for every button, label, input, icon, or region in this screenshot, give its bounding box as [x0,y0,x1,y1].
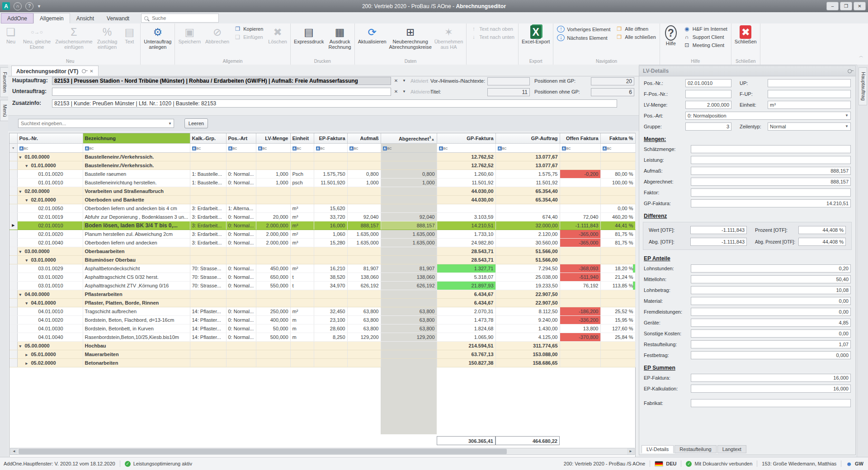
grid-cell-pct[interactable] [600,255,635,264]
grid-cell-pos[interactable]: ▾01.01.0000 [17,161,83,169]
grid-cell-gpf[interactable]: 12.762,52 [437,152,495,161]
grid-cell-abg[interactable] [381,187,437,195]
grid-cell-kalk[interactable]: 3: Erdarbeit... [190,221,226,230]
grid-cell-pct[interactable] [600,290,635,298]
grid-cell-art[interactable]: 0: Normal... [226,333,256,341]
abgerechnet-field[interactable]: 888,157 [691,178,851,186]
grid-cell-ep[interactable]: 1.575,750 [314,169,347,178]
grid-cell-pos[interactable]: 01.01.0010 [17,178,83,187]
grid-cell-gpf[interactable]: 28.543,71 [437,247,495,255]
grid-cell-pct[interactable] [600,350,635,358]
unterauftrag-field[interactable] [52,88,391,96]
grid-cell-abg[interactable] [381,290,437,298]
ausdruck-rechnung-button[interactable]: ▦Ausdruck Rechnung [326,24,354,58]
grid-cell-gpf[interactable]: 21.897,93 [437,281,495,290]
grid-cell-gpf[interactable]: 28.543,71 [437,255,495,264]
grid-cell-kalk[interactable]: 14: Pflaster... [190,333,226,341]
grid-cell-ep[interactable] [314,195,347,204]
column-header-gpa[interactable]: GP-Auftrag [495,133,560,143]
grid-cell-abg[interactable]: 1,000 [381,178,437,187]
grid-cell-abg[interactable] [381,204,437,212]
grid-row-02.01.0019[interactable]: 02.01.0019Abfuhr zur Deponierung , Boden… [9,212,635,221]
grid-cell-mg[interactable]: 2.000,000 [256,221,290,230]
combobox-dropdown-icon[interactable]: ▼ [166,122,174,126]
column-header-pct[interactable]: Faktura % [600,133,635,143]
grid-cell-mg[interactable] [256,204,290,212]
grid-cell-gpa[interactable]: 8.112,50 [495,307,560,315]
support-client-button[interactable]: ∩Support Client [683,34,728,40]
leeren-button[interactable]: Leeren [184,118,208,128]
grid-cell-eh[interactable]: m³ [290,238,314,247]
grid-cell-ep[interactable]: 23,100 [314,315,347,324]
speichern-button[interactable]: ▣Speichern [176,24,203,58]
grid-cell-name[interactable]: Baustelleneinr./Verkehrssich. [83,152,190,161]
filter-cell-gpa[interactable]: ABC [495,143,560,152]
grid-cell-art[interactable] [226,298,256,307]
grid-cell-pct[interactable] [600,187,635,195]
grid-cell-pos[interactable]: 04.01.0020 [17,315,83,324]
grid-cell-name[interactable]: Oberboden und Bankette [83,195,190,204]
grid-cell-mg[interactable] [256,290,290,298]
alle-schliessen-button[interactable]: ❒Alle schließen [615,34,656,40]
grid-cell-auf[interactable]: 1.635,000 [347,230,381,238]
grid-cell-off[interactable] [560,195,600,204]
grid-cell-name[interactable]: Baustelleneinr./Verkehrssich. [83,161,190,169]
grid-cell-ep[interactable] [314,187,347,195]
grid-cell-off[interactable] [560,298,600,307]
grid-cell-art[interactable] [226,187,256,195]
grid-cell-pos[interactable]: ▸05.02.0000 [17,358,83,367]
grid-cell-eh[interactable] [290,290,314,298]
grid-cell-mg[interactable]: 250,000 [256,307,290,315]
hauptauftrag-input[interactable] [54,77,389,85]
grid-row-02.00.0000[interactable]: ▾02.00.0000Vorarbeiten und Straßenaufbru… [9,187,635,195]
collapse-row-icon[interactable]: ▾ [19,189,25,194]
grid-cell-off[interactable]: -0,200 [560,169,600,178]
unterauftrag-input[interactable] [54,88,389,95]
grid-cell-auf[interactable]: 63,800 [347,307,381,315]
grid-cell-pos[interactable]: ▸05.01.0000 [17,350,83,358]
grid-cell-auf[interactable]: 129,200 [347,333,381,341]
grid-cell-off[interactable] [560,178,600,187]
aktualisieren-button[interactable]: ⟳Aktualisieren [356,24,389,58]
grid-cell-kalk[interactable] [190,290,226,298]
abbrechen-button[interactable]: ⊘Abbrechen [203,24,231,58]
column-header-ep[interactable]: EP-Faktura [314,133,347,143]
grid-cell-art[interactable]: 0: Normal... [226,307,256,315]
grid-cell-kalk[interactable] [190,341,226,350]
row-indicator-cell[interactable] [9,195,17,204]
filter-funnel-cell[interactable]: ▼ [9,143,17,152]
grid-cell-mg[interactable]: 550,000 [256,281,290,290]
grid-cell-kalk[interactable] [190,350,226,358]
grid-cell-off[interactable]: -365,000 [560,230,600,238]
grid-cell-eh[interactable] [290,187,314,195]
grid-cell-kalk[interactable] [190,255,226,264]
grid-cell-abg[interactable]: 626,192 [381,281,437,290]
grid-cell-ep[interactable]: 11.501,920 [314,178,347,187]
grid-cell-mg[interactable]: 650,000 [256,273,290,281]
pin-icon[interactable] [82,69,86,73]
grid-cell-ep[interactable]: 16,210 [314,264,347,273]
grid-cell-auf[interactable] [347,358,381,367]
grid-cell-auf[interactable]: 63,800 [347,324,381,333]
grid-row-02.01.0040[interactable]: 02.01.0040Oberboden liefern und andecken… [9,238,635,247]
grid-cell-eh[interactable]: psch [290,178,314,187]
grid-cell-gpa[interactable]: 51.566,00 [495,255,560,264]
expand-row-icon[interactable]: ▸ [26,361,31,366]
grid-cell-kalk[interactable]: 3: Erdarbeit... [190,212,226,221]
grid-cell-art[interactable] [226,152,256,161]
grid-cell-off[interactable]: -370,800 [560,333,600,341]
grid-cell-gpa[interactable]: 1.575,75 [495,169,560,178]
grid-cell-gpf[interactable] [437,204,495,212]
grid-cell-abg[interactable]: 63,800 [381,307,437,315]
grid-cell-pct[interactable]: 81,75 % [600,230,635,238]
grid-cell-abg[interactable] [381,255,437,264]
grid-cell-mg[interactable] [256,298,290,307]
grid-cell-auf[interactable] [347,341,381,350]
grid-cell-pos[interactable]: 03.01.0029 [17,264,83,273]
grid-cell-art[interactable] [226,350,256,358]
grid-row-02.01.0050[interactable]: 02.01.0050Oberboden liefern und andecken… [9,204,635,212]
grid-cell-auf[interactable] [347,204,381,212]
row-indicator-cell[interactable] [9,358,17,367]
zuschlag-einfuegen-button[interactable]: %Zuschlag einfügen [95,24,120,58]
grid-cell-art[interactable]: 0: Normal... [226,281,256,290]
